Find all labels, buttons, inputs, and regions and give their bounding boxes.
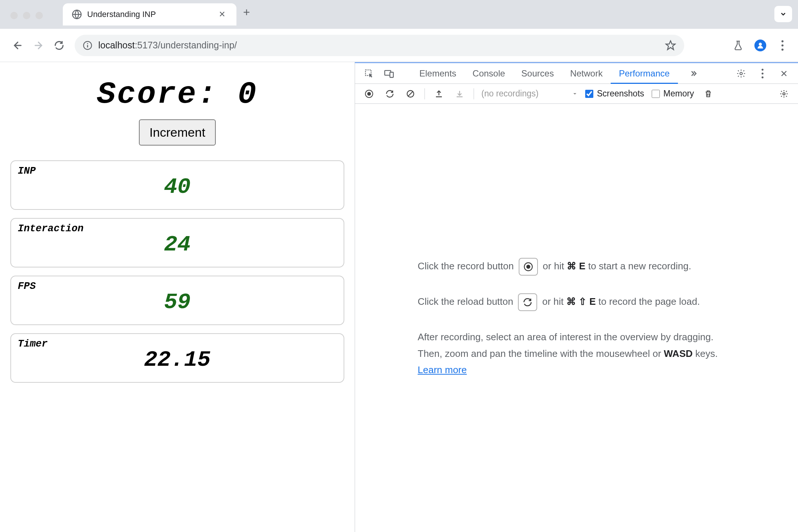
upload-recording-button[interactable]	[432, 87, 446, 100]
close-devtools-button[interactable]	[777, 67, 791, 80]
devtools-panel: Elements Console Sources Network Perform…	[355, 62, 798, 532]
tab-console[interactable]: Console	[464, 63, 513, 84]
chevron-down-icon	[780, 10, 787, 18]
reload-button-inline	[518, 293, 537, 311]
more-tabs-button[interactable]	[687, 67, 700, 80]
svg-point-3	[87, 43, 88, 44]
svg-point-7	[781, 48, 784, 51]
arrow-right-icon	[33, 40, 44, 51]
back-button[interactable]	[9, 37, 27, 54]
address-bar[interactable]: localhost:5173/understanding-inp/	[75, 35, 684, 56]
svg-point-16	[367, 92, 371, 96]
svg-point-6	[781, 44, 784, 47]
download-recording-button[interactable]	[453, 87, 466, 100]
window-controls	[10, 12, 43, 19]
help-reload-line: Click the reload button or hit ⌘ ⇧ E to …	[418, 293, 736, 311]
memory-checkbox-input[interactable]	[652, 90, 660, 98]
labs-button[interactable]	[732, 39, 745, 52]
keyboard-shortcut: WASD	[664, 348, 693, 359]
screenshots-checkbox-input[interactable]	[585, 90, 593, 98]
svg-point-12	[761, 69, 763, 71]
globe-icon	[72, 9, 82, 20]
inspect-element-button[interactable]	[362, 67, 376, 80]
info-icon	[83, 41, 92, 50]
devices-icon	[384, 68, 394, 79]
kebab-icon	[761, 69, 764, 78]
svg-point-4	[759, 42, 762, 45]
metric-card-inp: INP 40	[10, 160, 344, 210]
clear-button[interactable]	[404, 87, 417, 100]
flask-icon	[733, 40, 743, 51]
keyboard-shortcut: ⌘ E	[567, 260, 586, 272]
reload-icon	[385, 89, 394, 98]
svg-point-5	[781, 40, 784, 42]
learn-more-link[interactable]: Learn more	[418, 364, 467, 375]
star-icon[interactable]	[665, 40, 676, 51]
devtools-menu-button[interactable]	[756, 67, 769, 80]
gc-button[interactable]	[702, 87, 715, 100]
chevrons-right-icon	[689, 69, 698, 78]
devtools-tabbar: Elements Console Sources Network Perform…	[355, 63, 798, 84]
record-icon	[524, 262, 533, 272]
download-icon	[455, 89, 464, 98]
record-button[interactable]	[362, 87, 376, 100]
record-button-inline	[519, 258, 538, 276]
forward-button[interactable]	[30, 37, 47, 54]
close-icon	[780, 69, 788, 78]
avatar-icon	[754, 40, 766, 51]
metric-card-fps: FPS 59	[10, 276, 344, 325]
ban-icon	[406, 89, 415, 98]
browser-tab-strip: Understanding INP ✕ +	[0, 0, 798, 29]
profile-button[interactable]	[754, 39, 767, 52]
close-window-button[interactable]	[10, 12, 18, 19]
gear-icon	[736, 69, 746, 78]
arrow-left-icon	[12, 40, 23, 51]
perf-settings-button[interactable]	[777, 87, 791, 100]
help-drag-line: After recording, select an area of inter…	[418, 329, 736, 378]
metric-value: 59	[18, 290, 337, 315]
maximize-window-button[interactable]	[35, 12, 43, 19]
dropdown-icon	[572, 91, 578, 97]
tab-performance[interactable]: Performance	[611, 63, 678, 84]
metric-value: 40	[18, 174, 337, 200]
device-toggle-button[interactable]	[382, 67, 396, 80]
metric-card-interaction: Interaction 24	[10, 218, 344, 267]
score-heading: Score: 0	[10, 77, 344, 112]
url-path: :5173/understanding-inp/	[135, 40, 237, 50]
url-text: localhost:5173/understanding-inp/	[98, 40, 659, 51]
browser-tab[interactable]: Understanding INP ✕	[63, 3, 236, 25]
svg-point-21	[526, 265, 530, 269]
reload-icon	[54, 40, 64, 51]
svg-rect-10	[390, 72, 393, 77]
close-tab-button[interactable]: ✕	[216, 10, 228, 19]
reload-button[interactable]	[50, 37, 68, 54]
memory-checkbox[interactable]: Memory	[652, 89, 694, 99]
svg-point-13	[761, 72, 763, 74]
trash-icon	[704, 89, 713, 98]
recording-dropdown[interactable]: (no recordings)	[481, 89, 578, 99]
metric-value: 22.15	[18, 347, 337, 372]
record-icon	[365, 89, 374, 98]
help-record-line: Click the record button or hit ⌘ E to st…	[418, 258, 736, 276]
svg-point-19	[783, 93, 785, 95]
upload-icon	[434, 89, 443, 98]
menu-button[interactable]	[776, 39, 789, 52]
metric-value: 24	[18, 232, 337, 257]
screenshots-label: Screenshots	[597, 89, 644, 99]
gear-icon	[780, 89, 788, 98]
tab-elements[interactable]: Elements	[411, 63, 464, 84]
increment-button[interactable]: Increment	[139, 119, 215, 146]
new-tab-button[interactable]: +	[243, 6, 250, 24]
browser-toolbar: localhost:5173/understanding-inp/	[0, 29, 798, 62]
tab-sources[interactable]: Sources	[513, 63, 562, 84]
minimize-window-button[interactable]	[23, 12, 30, 19]
tab-search-button[interactable]	[774, 6, 792, 22]
reload-record-button[interactable]	[383, 87, 396, 100]
metric-card-timer: Timer 22.15	[10, 333, 344, 383]
screenshots-checkbox[interactable]: Screenshots	[585, 89, 644, 99]
tab-title: Understanding INP	[87, 10, 211, 19]
page-viewport: Score: 0 Increment INP 40 Interaction 24…	[0, 62, 355, 532]
url-host: localhost	[98, 40, 135, 50]
tab-network[interactable]: Network	[562, 63, 611, 84]
settings-button[interactable]	[734, 67, 748, 80]
